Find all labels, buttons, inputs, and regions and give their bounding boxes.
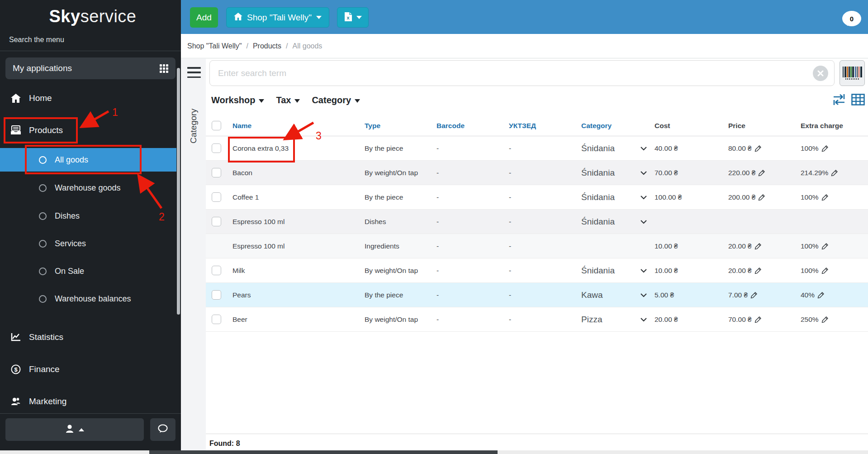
row-checkbox[interactable] (212, 143, 221, 153)
add-button[interactable]: Add (190, 7, 218, 28)
sidebar-item-all-goods[interactable]: All goods (0, 148, 176, 172)
edit-extra-icon[interactable] (821, 267, 829, 274)
cell-type: By the piece (365, 185, 436, 209)
export-excel-button[interactable]: x (337, 7, 369, 28)
row-checkbox[interactable] (212, 217, 221, 226)
sidebar-item-warehouse-goods[interactable]: Warehouse goods (0, 176, 176, 200)
edit-extra-icon[interactable] (821, 145, 829, 152)
edit-price-icon[interactable] (754, 243, 762, 250)
tax-filter[interactable]: Tax (276, 95, 300, 105)
table-row[interactable]: Espresso 100 ml Dishes - - Śnidania (206, 210, 868, 234)
category-dropdown[interactable]: Śnidania (581, 161, 655, 185)
add-button-label: Add (196, 13, 212, 23)
edit-price-icon[interactable] (754, 145, 762, 152)
sidebar-item-finance[interactable]: $ Finance (0, 358, 176, 380)
sidebar-item-warehouse-balances[interactable]: Warehouse balances (0, 287, 176, 311)
edit-price-icon[interactable] (754, 316, 762, 323)
edit-price-icon[interactable] (758, 194, 765, 201)
radio-circle-icon (39, 212, 47, 220)
sidebar-item-products[interactable]: Products (0, 119, 176, 141)
table-row[interactable]: Milk By weight/On tap - - Śnidania 10.00… (206, 258, 868, 283)
clear-search-icon[interactable] (813, 66, 828, 81)
category-dropdown[interactable]: Śnidania (581, 258, 655, 282)
tax-filter-label: Tax (276, 95, 291, 105)
sidebar-item-label: All goods (55, 155, 88, 165)
row-checkbox[interactable] (212, 315, 221, 324)
chat-button[interactable] (150, 418, 175, 441)
sidebar-item-home[interactable]: Home (0, 87, 176, 109)
cell-cost: 40.00 ₴ (655, 136, 728, 160)
workshop-filter-label: Workshop (211, 95, 255, 105)
table-row[interactable]: Beer By weight/On tap - - Pizza 20.00 ₴ … (206, 307, 868, 332)
vertical-category-label[interactable]: Category (181, 90, 206, 162)
cell-type: By weight/On tap (365, 258, 436, 282)
breadcrumb-products[interactable]: Products (253, 42, 281, 50)
user-menu-button[interactable] (5, 418, 144, 441)
table-row[interactable]: Bacon By weight/On tap - - Śnidania 70.0… (206, 161, 868, 185)
edit-extra-icon[interactable] (821, 194, 829, 201)
chevron-down-icon (640, 171, 647, 175)
header-barcode[interactable]: Barcode (436, 115, 509, 136)
radio-circle-icon (39, 184, 47, 192)
edit-price-icon[interactable] (750, 292, 758, 299)
edit-extra-icon[interactable] (821, 316, 829, 323)
sidebar-item-services[interactable]: Services (0, 232, 176, 255)
category-filter[interactable]: Category (312, 95, 360, 105)
chevron-down-icon (640, 268, 647, 273)
cell-category: Pizza (581, 315, 602, 325)
category-dropdown[interactable]: Śnidania (581, 210, 655, 234)
horizontal-scrollbar-thumb[interactable] (149, 450, 498, 454)
sidebar-scrollbar[interactable] (177, 68, 180, 315)
header-category[interactable]: Category (581, 115, 655, 136)
table-row[interactable]: Corona extra 0,33 By the piece - - Śnida… (206, 136, 868, 161)
menu-toggle-icon[interactable] (187, 67, 201, 78)
cell-uktzed: - (509, 210, 581, 234)
barcode-scan-button[interactable] (840, 60, 865, 86)
header-type[interactable]: Type (365, 115, 436, 136)
edit-price-icon[interactable] (754, 267, 762, 274)
edit-price-icon[interactable] (758, 169, 765, 177)
search-input[interactable] (209, 60, 835, 86)
shop-selector-label: Shop "Tali Welly" (247, 13, 312, 23)
category-dropdown[interactable]: Kawa (581, 283, 655, 307)
row-checkbox[interactable] (212, 192, 221, 202)
category-dropdown[interactable]: Pizza (581, 307, 655, 331)
row-checkbox[interactable] (212, 168, 221, 177)
skyservice-logo: Skyservice (32, 5, 154, 28)
chevron-down-icon (355, 99, 360, 103)
table-row[interactable]: Coffee 1 By the piece - - Śnidania 100.0… (206, 185, 868, 210)
header-uktzed[interactable]: УКТЗЕД (509, 115, 581, 136)
header-name[interactable]: Name (232, 115, 365, 136)
table-row[interactable]: Espresso 100 ml Ingredients - - 10.00 ₴ … (206, 234, 868, 258)
my-applications-button[interactable]: My applications (5, 57, 175, 79)
sidebar-item-dishes[interactable]: Dishes (0, 204, 176, 228)
sidebar-item-label: Finance (29, 364, 60, 374)
sidebar-item-on-sale[interactable]: On Sale (0, 259, 176, 283)
edit-extra-icon[interactable] (831, 169, 838, 177)
workshop-filter[interactable]: Workshop (211, 95, 264, 105)
menu-search-input[interactable] (9, 33, 163, 46)
chat-counter-bubble[interactable]: 0 (842, 11, 861, 26)
chevron-down-icon (259, 99, 264, 103)
chevron-down-icon (640, 317, 647, 322)
select-all-checkbox[interactable] (212, 121, 221, 130)
transfer-columns-icon[interactable] (831, 92, 847, 107)
shop-selector-button[interactable]: Shop "Tali Welly" (226, 7, 329, 28)
breadcrumb-shop[interactable]: Shop "Tali Welly" (187, 42, 242, 50)
cell-extra: 40% (801, 291, 815, 299)
cell-category (581, 234, 655, 258)
table-columns-icon[interactable] (850, 92, 866, 107)
category-dropdown[interactable]: Śnidania (581, 136, 655, 160)
edit-extra-icon[interactable] (817, 292, 825, 299)
chevron-down-icon (294, 99, 300, 103)
edit-extra-icon[interactable] (821, 243, 829, 250)
sidebar-item-marketing[interactable]: Marketing (0, 391, 176, 412)
cell-category: Śnidania (581, 168, 615, 178)
table-row[interactable]: Pears By the piece - - Kawa 5.00 ₴ 7.00 … (206, 283, 868, 307)
category-dropdown[interactable]: Śnidania (581, 185, 655, 209)
cell-cost: 70.00 ₴ (655, 161, 728, 185)
row-checkbox[interactable] (212, 266, 221, 275)
category-filter-label: Category (312, 95, 351, 105)
row-checkbox[interactable] (212, 290, 221, 300)
sidebar-item-statistics[interactable]: Statistics (0, 326, 176, 348)
